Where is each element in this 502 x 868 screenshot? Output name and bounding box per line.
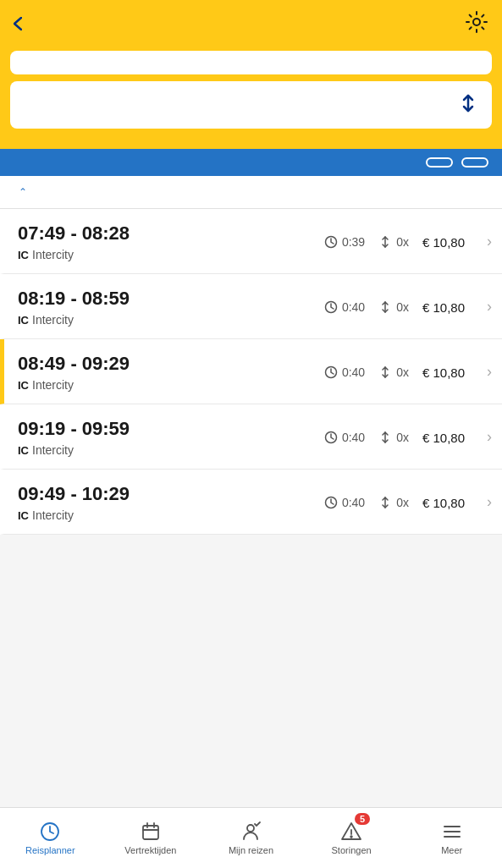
filter-buttons	[426, 157, 488, 168]
nav-label-mijn-reizen: Mijn reizen	[229, 845, 273, 855]
nu-button[interactable]	[426, 157, 453, 168]
journey-details: 0:40 0x € 10,80	[324, 496, 465, 510]
stations-container	[0, 51, 502, 149]
journey-type-name: Intercity	[32, 508, 74, 522]
swap-icon[interactable]	[458, 93, 478, 117]
chevron-right-icon: ›	[487, 428, 492, 446]
journey-details: 0:40 0x € 10,80	[324, 300, 465, 315]
nav-label-meer: Meer	[441, 845, 462, 855]
journey-price: € 10,80	[422, 235, 465, 250]
journey-item[interactable]: 08:49 - 09:29 IC Intercity 0:40	[0, 339, 502, 404]
journey-type-name: Intercity	[32, 248, 74, 261]
nav-item-meer[interactable]: Meer	[401, 808, 502, 868]
nav-item-vertrektijden[interactable]: Vertrektijden	[101, 808, 201, 868]
journey-type: IC Intercity	[18, 378, 324, 392]
journey-type: IC Intercity	[18, 443, 324, 457]
svg-point-0	[473, 19, 480, 25]
journey-time: 07:49 - 08:28	[18, 222, 324, 244]
ic-badge: IC	[18, 444, 29, 457]
nav-label-vertrektijden: Vertrektijden	[124, 845, 176, 855]
settings-button[interactable]	[465, 10, 488, 37]
header	[0, 0, 502, 51]
journey-time: 08:19 - 08:59	[18, 288, 324, 310]
transfers-item: 0x	[378, 235, 409, 249]
journey-time: 09:49 - 10:29	[18, 483, 324, 505]
duration-item: 0:40	[324, 300, 365, 314]
journey-item[interactable]: 07:49 - 08:28 IC Intercity 0:39	[0, 209, 502, 274]
journey-main: 08:19 - 08:59 IC Intercity	[18, 288, 324, 327]
ic-badge: IC	[18, 249, 29, 261]
journey-item[interactable]: 09:49 - 10:29 IC Intercity 0:40	[0, 470, 502, 535]
journey-price: € 10,80	[422, 496, 465, 510]
filter-bar	[0, 149, 502, 176]
journey-time: 08:49 - 09:29	[18, 353, 324, 375]
duration-item: 0:40	[324, 365, 365, 379]
back-button[interactable]	[14, 17, 25, 30]
duration-item: 0:40	[324, 496, 365, 509]
earlier-link[interactable]: ⌃	[14, 186, 488, 198]
chevron-right-icon: ›	[487, 233, 492, 250]
journey-transfers: 0x	[396, 365, 409, 379]
journey-duration: 0:40	[342, 431, 365, 444]
reisplanner-icon	[39, 821, 61, 843]
earlier-section: ⌃	[0, 176, 502, 209]
journey-main: 09:49 - 10:29 IC Intercity	[18, 483, 324, 522]
journey-duration: 0:39	[342, 235, 365, 249]
journey-transfers: 0x	[396, 235, 409, 249]
journey-duration: 0:40	[342, 496, 365, 509]
transfers-item: 0x	[378, 496, 409, 509]
journey-price: € 10,80	[422, 431, 465, 445]
journey-transfers: 0x	[396, 300, 409, 314]
journey-time: 09:19 - 09:59	[18, 418, 324, 440]
journey-details: 0:40 0x € 10,80	[324, 431, 465, 445]
svg-point-19	[350, 836, 352, 838]
journey-main: 08:49 - 09:29 IC Intercity	[18, 353, 324, 392]
ic-badge: IC	[18, 314, 29, 327]
nav-item-storingen[interactable]: 5 Storingen	[301, 808, 402, 868]
journey-duration: 0:40	[342, 300, 365, 314]
nav-badge: 5	[355, 813, 370, 825]
bottom-nav: Reisplanner Vertrektijden Mijn reizen 5 …	[0, 807, 502, 868]
duration-item: 0:40	[324, 431, 365, 444]
nav-item-reisplanner[interactable]: Reisplanner	[0, 808, 101, 868]
journey-main: 09:19 - 09:59 IC Intercity	[18, 418, 324, 457]
nav-label-storingen: Storingen	[332, 845, 372, 855]
journey-details: 0:39 0x € 10,80	[324, 235, 465, 250]
to-station-box[interactable]	[10, 81, 492, 129]
vertrektijden-icon	[140, 821, 162, 843]
journey-type-name: Intercity	[32, 313, 74, 327]
journey-item[interactable]: 08:19 - 08:59 IC Intercity 0:40	[0, 274, 502, 339]
from-station-box[interactable]	[10, 51, 492, 74]
journey-price: € 10,80	[422, 300, 465, 315]
chevron-right-icon: ›	[487, 363, 492, 381]
chevron-right-icon: ›	[487, 493, 492, 511]
nav-label-reisplanner: Reisplanner	[25, 845, 75, 855]
journey-transfers: 0x	[396, 431, 409, 444]
ic-badge: IC	[18, 509, 29, 522]
ic-badge: IC	[18, 379, 29, 392]
svg-rect-13	[143, 826, 158, 839]
journey-type: IC Intercity	[18, 313, 324, 327]
transfers-item: 0x	[378, 300, 409, 314]
journeys-list: 07:49 - 08:28 IC Intercity 0:39	[0, 209, 502, 535]
transfers-item: 0x	[378, 431, 409, 444]
journey-type-name: Intercity	[32, 443, 74, 457]
journey-type: IC Intercity	[18, 508, 324, 522]
meer-icon	[441, 821, 463, 843]
duration-item: 0:39	[324, 235, 365, 249]
journey-type: IC Intercity	[18, 248, 324, 261]
transfers-item: 0x	[378, 365, 409, 379]
journey-details: 0:40 0x € 10,80	[324, 365, 465, 380]
mijn-reizen-icon	[240, 821, 262, 843]
journey-item[interactable]: 09:19 - 09:59 IC Intercity 0:40	[0, 404, 502, 470]
journey-price: € 10,80	[422, 365, 465, 380]
svg-point-17	[247, 825, 254, 832]
journey-type-name: Intercity	[32, 378, 74, 392]
journey-duration: 0:40	[342, 365, 365, 379]
chevron-right-icon: ›	[487, 298, 492, 316]
journey-transfers: 0x	[396, 496, 409, 509]
opties-button[interactable]	[461, 157, 488, 168]
nav-item-mijn-reizen[interactable]: Mijn reizen	[201, 808, 301, 868]
journey-main: 07:49 - 08:28 IC Intercity	[18, 222, 324, 261]
chevron-up-icon: ⌃	[19, 186, 27, 198]
